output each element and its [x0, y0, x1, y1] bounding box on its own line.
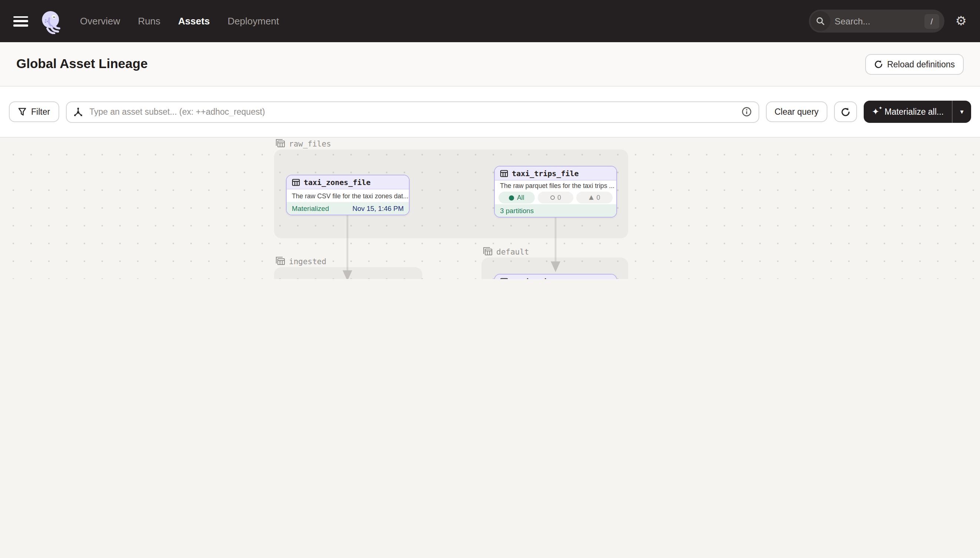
group-label-raw-files[interactable]: raw_files [275, 138, 331, 148]
nav-item-deployment[interactable]: Deployment [227, 16, 279, 27]
table-icon [500, 277, 508, 279]
asset-name: taxi_trips [512, 277, 556, 279]
asset-status-footer: Materialized Nov 15, 1:46 PM [287, 202, 409, 215]
partitions-success-pill: All [499, 192, 534, 204]
global-search[interactable]: / [809, 10, 944, 33]
clear-query-label: Clear query [774, 107, 819, 116]
group-box-ingested [274, 267, 422, 279]
lineage-graph-canvas[interactable]: raw_files ingested default requests metr… [0, 138, 980, 279]
funnel-icon [18, 107, 27, 116]
search-shortcut-badge: / [924, 14, 939, 28]
asset-node-header: taxi_trips [495, 274, 616, 279]
filter-label: Filter [31, 107, 50, 116]
dagster-logo-icon[interactable] [38, 8, 64, 34]
partition-health-pills: All 0 ▲ 0 [495, 191, 616, 204]
lineage-toolbar: Filter Clear query ✦ Materialize all... … [0, 87, 980, 138]
nav-item-overview[interactable]: Overview [80, 16, 120, 27]
materialize-all-button[interactable]: ✦ Materialize all... [864, 101, 952, 123]
tables-icon [275, 256, 285, 266]
asset-name: taxi_trips_file [512, 169, 579, 177]
status-label: Materialized [292, 205, 329, 212]
tables-icon [483, 246, 492, 256]
search-input[interactable] [830, 16, 924, 26]
asset-node-taxi-trips[interactable]: taxi_trips The raw taxi trips dataset, l… [494, 274, 617, 279]
missing-ring-icon [550, 195, 555, 200]
dag-icon [73, 107, 82, 117]
partitions-count: 3 partitions [500, 207, 534, 214]
asset-subset-query-box[interactable] [66, 101, 759, 123]
materialize-all-split-button: ✦ Materialize all... ▾ [864, 101, 971, 123]
info-icon[interactable] [741, 107, 751, 117]
reload-definitions-label: Reload definitions [887, 59, 955, 69]
status-timestamp: Nov 15, 1:46 PM [352, 205, 404, 212]
filter-button[interactable]: Filter [9, 102, 59, 122]
group-name: ingested [289, 256, 326, 265]
asset-description: The raw CSV file for the taxi zones dat.… [287, 189, 409, 202]
asset-node-header: taxi_zones_file [287, 176, 409, 189]
failed-triangle-icon: ▲ [589, 195, 593, 200]
table-icon [500, 169, 508, 177]
reload-definitions-button[interactable]: Reload definitions [865, 54, 964, 74]
app-root: Overview Runs Assets Deployment / ⚙ Glob… [0, 0, 980, 279]
asset-node-header: taxi_trips_file [495, 166, 616, 181]
nav-item-assets[interactable]: Assets [178, 16, 210, 27]
nav-item-runs[interactable]: Runs [138, 16, 160, 27]
hamburger-menu-icon[interactable] [13, 16, 28, 26]
top-nav: Overview Runs Assets Deployment / ⚙ [0, 0, 980, 42]
refresh-icon [874, 59, 883, 69]
success-dot-icon [509, 195, 514, 200]
group-label-default[interactable]: default [483, 246, 529, 256]
asset-description: The raw parquet files for the taxi trips… [495, 181, 616, 191]
asset-name: taxi_zones_file [304, 178, 371, 186]
page-title: Global Asset Lineage [16, 56, 148, 72]
table-icon [292, 178, 300, 186]
refresh-icon [841, 107, 850, 117]
clear-query-button[interactable]: Clear query [766, 102, 827, 122]
partitions-missing-pill: 0 [537, 192, 573, 204]
group-name: raw_files [289, 139, 331, 148]
refresh-graph-button[interactable] [834, 102, 857, 122]
asset-partitions-footer: 3 partitions [495, 204, 616, 217]
materialize-options-caret[interactable]: ▾ [953, 101, 971, 123]
partitions-failed-pill: ▲ 0 [576, 192, 613, 204]
materialize-all-label: Materialize all... [884, 107, 944, 116]
group-label-ingested[interactable]: ingested [275, 256, 326, 266]
asset-node-taxi-zones-file[interactable]: taxi_zones_file The raw CSV file for the… [286, 175, 410, 215]
group-name: default [496, 247, 529, 256]
sparkle-icon: ✦ [872, 107, 879, 116]
settings-gear-icon[interactable]: ⚙ [955, 15, 967, 27]
asset-subset-input[interactable] [88, 107, 736, 117]
search-icon [810, 11, 830, 31]
asset-node-taxi-trips-file[interactable]: taxi_trips_file The raw parquet files fo… [494, 166, 617, 218]
page-header: Global Asset Lineage Reload definitions [0, 42, 980, 87]
tables-icon [275, 138, 285, 148]
